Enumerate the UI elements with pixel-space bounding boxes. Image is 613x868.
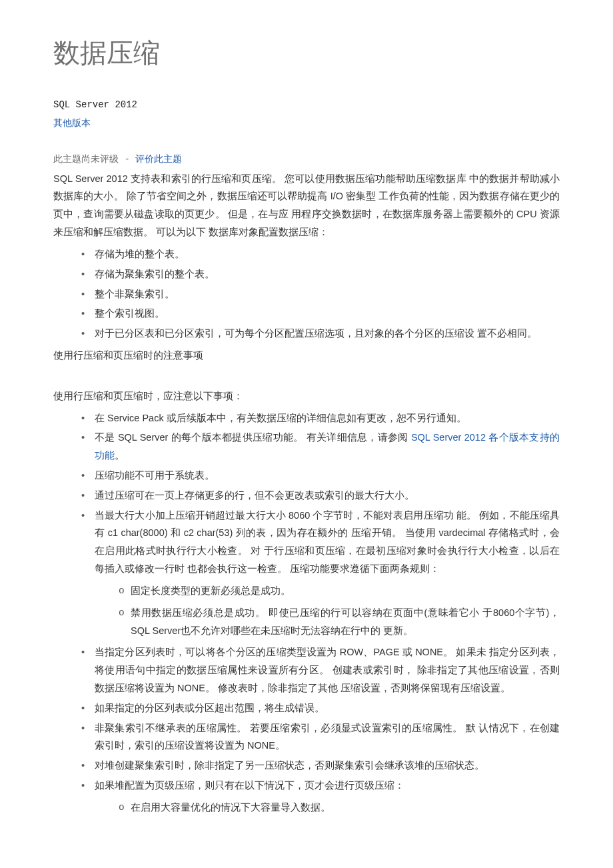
- rules-sublist: 固定长度类型的更新必须总是成功。 禁用数据压缩必须总是成功。 即使已压缩的行可以…: [95, 582, 560, 639]
- page-title: 数据压缩: [53, 37, 560, 69]
- list-item: 如果堆配置为页级压缩，则只有在以下情况下，页才会进行页级压缩： 在启用大容量优化…: [81, 777, 560, 817]
- section-heading: 使用行压缩和页压缩时的注意事项: [53, 347, 560, 365]
- list-item: 当指定分区列表时，可以将各个分区的压缩类型设置为 ROW、PAGE 或 NONE…: [81, 643, 560, 697]
- rating-separator: -: [124, 154, 135, 165]
- rate-topic-link[interactable]: 评价此主题: [135, 154, 182, 165]
- list-item: 在启用大容量优化的情况下大容量导入数据。: [119, 799, 560, 817]
- list-item: 固定长度类型的更新必须总是成功。: [119, 582, 560, 600]
- list-item: 整个非聚集索引。: [81, 285, 560, 303]
- intro-paragraph-2: 使用行压缩和页压缩时，应注意以下事项：: [53, 387, 560, 405]
- version-label: SQL Server 2012: [53, 99, 137, 110]
- considerations-list: 在 Service Pack 或后续版本中，有关数据压缩的详细信息如有更改，恕不…: [53, 409, 560, 817]
- list-item: 禁用数据压缩必须总是成功。 即使已压缩的行可以容纳在页面中(意味着它小 于806…: [119, 604, 560, 640]
- list-item: 非聚集索引不继承表的压缩属性。 若要压缩索引，必须显式设置索引的压缩属性。 默 …: [81, 719, 560, 755]
- rating-status-text: 此主题尚未评级: [53, 154, 124, 165]
- list-item: 对堆创建聚集索引时，除非指定了另一压缩状态，否则聚集索引会继承该堆的压缩状态。: [81, 757, 560, 775]
- list-item-text-tail: 。: [115, 450, 125, 461]
- list-item: 存储为堆的整个表。: [81, 245, 560, 263]
- list-item: 整个索引视图。: [81, 305, 560, 323]
- list-item: 当最大行大小加上压缩开销超过最大行大小 8060 个字节时，不能对表启用压缩功 …: [81, 507, 560, 640]
- list-item: 通过压缩可在一页上存储更多的行，但不会更改表或索引的最大行大小。: [81, 487, 560, 505]
- list-item-text: 不是 SQL Server 的每个版本都提供压缩功能。 有关详细信息，请参阅: [95, 432, 411, 443]
- list-item: 对于已分区表和已分区索引，可为每个分区配置压缩选项，且对象的各个分区的压缩设 置…: [81, 325, 560, 343]
- other-versions-link[interactable]: 其他版本: [53, 118, 91, 129]
- intro-paragraph-1: SQL Server 2012 支持表和索引的行压缩和页压缩。 您可以使用数据压…: [53, 170, 560, 241]
- list-item-text: 当最大行大小加上压缩开销超过最大行大小 8060 个字节时，不能对表启用压缩功 …: [95, 510, 560, 574]
- list-item: 在 Service Pack 或后续版本中，有关数据压缩的详细信息如有更改，恕不…: [81, 409, 560, 427]
- list-item: 不是 SQL Server 的每个版本都提供压缩功能。 有关详细信息，请参阅 S…: [81, 429, 560, 465]
- list-item-text: 如果堆配置为页级压缩，则只有在以下情况下，页才会进行页级压缩：: [95, 780, 404, 791]
- page-compress-sublist: 在启用大容量优化的情况下大容量导入数据。: [95, 799, 560, 817]
- object-list: 存储为堆的整个表。 存储为聚集索引的整个表。 整个非聚集索引。 整个索引视图。 …: [53, 245, 560, 343]
- list-item: 存储为聚集索引的整个表。: [81, 265, 560, 283]
- list-item: 压缩功能不可用于系统表。: [81, 467, 560, 485]
- list-item: 如果指定的分区列表或分区超出范围，将生成错误。: [81, 699, 560, 717]
